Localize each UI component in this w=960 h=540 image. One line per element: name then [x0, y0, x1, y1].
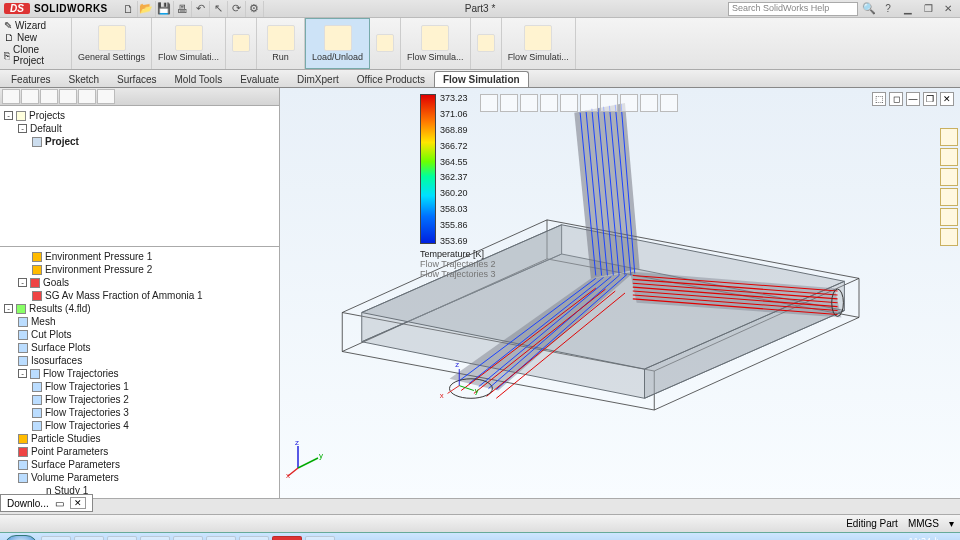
display-style-icon[interactable] [580, 94, 598, 112]
help-icon[interactable]: ? [880, 2, 896, 16]
tab-sketch[interactable]: Sketch [59, 71, 108, 87]
qat-new-icon[interactable]: 🗋 [120, 1, 138, 17]
tree-results[interactable]: Results (4.fld) [29, 303, 91, 314]
taskpane-resources-icon[interactable] [940, 128, 958, 146]
search-icon[interactable]: 🔍 [862, 2, 876, 15]
collapse-icon[interactable]: - [18, 369, 27, 378]
tray-clock[interactable]: ب.ظ 11:34 ٢٠١٣/١٨/١٠ [907, 537, 956, 540]
qat-rebuild-icon[interactable]: ⟳ [228, 1, 246, 17]
close-icon[interactable]: ✕ [940, 2, 956, 16]
taskpane-file-explorer-icon[interactable] [940, 168, 958, 186]
tree-project[interactable]: Project [45, 136, 79, 147]
tab-evaluate[interactable]: Evaluate [231, 71, 288, 87]
tab-mold-tools[interactable]: Mold Tools [166, 71, 232, 87]
small-tools-3[interactable] [471, 18, 502, 69]
download-close-icon[interactable]: ✕ [70, 497, 86, 509]
hide-show-icon[interactable] [600, 94, 618, 112]
qat-open-icon[interactable]: 📂 [138, 1, 156, 17]
small-tools-1[interactable] [226, 18, 257, 69]
taskbar-chrome-icon[interactable] [140, 536, 170, 541]
tree-isosurfaces[interactable]: Isosurfaces [31, 355, 82, 366]
qat-undo-icon[interactable]: ↶ [192, 1, 210, 17]
tree-goals[interactable]: Goals [43, 277, 69, 288]
status-units[interactable]: MMGS [908, 518, 939, 529]
tree-ft-2[interactable]: Flow Trajectories 2 [45, 394, 129, 405]
taskpane-design-library-icon[interactable] [940, 148, 958, 166]
edit-appearance-icon[interactable] [620, 94, 638, 112]
taskbar-solidworks-icon[interactable] [272, 536, 302, 541]
results-tree[interactable]: Environment Pressure 1 Environment Press… [0, 246, 279, 498]
tree-ft-1[interactable]: Flow Trajectories 1 [45, 381, 129, 392]
panel-tab-3[interactable] [40, 89, 58, 104]
tree-particle-studies[interactable]: Particle Studies [31, 433, 100, 444]
tree-ft-3[interactable]: Flow Trajectories 3 [45, 407, 129, 418]
zoom-area-icon[interactable] [500, 94, 518, 112]
tree-cut-plots[interactable]: Cut Plots [31, 329, 72, 340]
taskbar-idm-icon[interactable] [173, 536, 203, 541]
start-button[interactable] [4, 535, 38, 541]
collapse-icon[interactable]: - [4, 111, 13, 120]
section-view-icon[interactable] [540, 94, 558, 112]
taskbar-media-icon[interactable] [206, 536, 236, 541]
tab-dimxpert[interactable]: DimXpert [288, 71, 348, 87]
panel-tab-1[interactable] [2, 89, 20, 104]
tree-default[interactable]: Default [30, 123, 62, 134]
tree-ft-4[interactable]: Flow Trajectories 4 [45, 420, 129, 431]
taskpane-view-palette-icon[interactable] [940, 188, 958, 206]
collapse-icon[interactable]: - [4, 304, 13, 313]
orientation-triad[interactable]: z y x [286, 438, 326, 480]
taskbar-paint-icon[interactable] [305, 536, 335, 541]
status-dropdown-icon[interactable]: ▾ [949, 518, 954, 529]
qat-options-icon[interactable]: ⚙ [246, 1, 264, 17]
tree-flow-trajectories[interactable]: Flow Trajectories [43, 368, 119, 379]
help-search-input[interactable]: Search SolidWorks Help [728, 2, 858, 16]
taskpane-appearances-icon[interactable] [940, 208, 958, 226]
qat-save-icon[interactable]: 💾 [156, 1, 174, 17]
view-orientation-icon[interactable] [560, 94, 578, 112]
tree-surface-plots[interactable]: Surface Plots [31, 342, 90, 353]
collapse-icon[interactable]: - [18, 124, 27, 133]
flow-sim-wizard-button[interactable]: Flow Simulati... [152, 18, 226, 69]
taskbar-app-icon[interactable] [74, 536, 104, 541]
tree-mesh[interactable]: Mesh [31, 316, 55, 327]
collapse-icon[interactable]: - [18, 278, 27, 287]
tree-point-params[interactable]: Point Parameters [31, 446, 108, 457]
project-tree[interactable]: -Projects -Default Project [0, 106, 279, 246]
view-settings-icon[interactable] [660, 94, 678, 112]
download-min-icon[interactable]: ▭ [55, 498, 64, 509]
taskbar-app-icon[interactable] [107, 536, 137, 541]
tree-env-pressure-1[interactable]: Environment Pressure 1 [45, 251, 152, 262]
general-settings-button[interactable]: General Settings [72, 18, 152, 69]
restore-icon[interactable]: ❐ [920, 2, 936, 16]
qat-print-icon[interactable]: 🖶 [174, 1, 192, 17]
run-button[interactable]: Run [257, 18, 305, 69]
tab-office-products[interactable]: Office Products [348, 71, 434, 87]
load-unload-button[interactable]: Load/Unload [305, 18, 370, 69]
wizard-button[interactable]: ✎ Wizard [4, 20, 67, 31]
flow-sim-results-button[interactable]: Flow Simula... [401, 18, 471, 69]
qat-select-icon[interactable]: ↖ [210, 1, 228, 17]
tree-volume-params[interactable]: Volume Parameters [31, 472, 119, 483]
flow-sim-insert-button[interactable]: Flow Simulati... [502, 18, 576, 69]
panel-tab-2[interactable] [21, 89, 39, 104]
prev-view-icon[interactable] [520, 94, 538, 112]
taskpane-custom-props-icon[interactable] [940, 228, 958, 246]
tree-goal-ammonia[interactable]: SG Av Mass Fraction of Ammonia 1 [45, 290, 203, 301]
tab-surfaces[interactable]: Surfaces [108, 71, 165, 87]
tree-env-pressure-2[interactable]: Environment Pressure 2 [45, 264, 152, 275]
small-tools-2[interactable] [370, 18, 401, 69]
panel-tab-4[interactable] [59, 89, 77, 104]
taskbar-folder-icon[interactable] [239, 536, 269, 541]
tab-flow-simulation[interactable]: Flow Simulation [434, 71, 529, 87]
minimize-icon[interactable]: ▁ [900, 2, 916, 16]
taskbar-explorer-icon[interactable] [41, 536, 71, 541]
tab-features[interactable]: Features [2, 71, 59, 87]
tree-surface-params[interactable]: Surface Parameters [31, 459, 120, 470]
graphics-viewport[interactable]: ⬚ ◻ — ❐ ✕ 373.23 371.06 368.89 366.72 36… [280, 88, 960, 498]
new-button[interactable]: 🗋 New [4, 32, 67, 43]
tree-projects[interactable]: Projects [29, 110, 65, 121]
apply-scene-icon[interactable] [640, 94, 658, 112]
panel-tab-6[interactable] [97, 89, 115, 104]
clone-project-button[interactable]: ⎘ Clone Project [4, 44, 67, 66]
panel-tab-5[interactable] [78, 89, 96, 104]
